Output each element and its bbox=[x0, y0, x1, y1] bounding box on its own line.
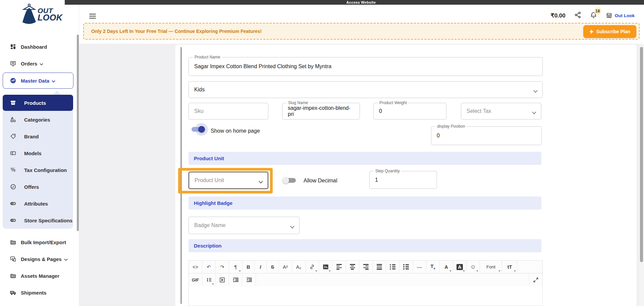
sidebar-item-products[interactable]: Products bbox=[0, 98, 79, 107]
insert-video-button[interactable] bbox=[216, 273, 229, 286]
product-unit-placeholder: Product Unit bbox=[195, 177, 224, 183]
sidebar-item-bulk-import-export[interactable]: Bulk Import/Export bbox=[0, 238, 79, 247]
sidebar-item-assets-manager[interactable]: Assets Manager bbox=[0, 271, 79, 280]
strikethrough-button[interactable]: S bbox=[267, 261, 279, 273]
sidebar-item-categories[interactable]: Categories bbox=[0, 115, 79, 124]
section-product-unit: Product Unit bbox=[189, 152, 541, 165]
sidebar-item-tax-configuration[interactable]: % Tax Configuration bbox=[0, 166, 79, 174]
step-quantity-value: 1 bbox=[375, 177, 378, 183]
product-name-field[interactable]: Product Name Sagar Impex Cotton Blend Pr… bbox=[189, 57, 543, 76]
access-website-link[interactable]: Access Website bbox=[333, 0, 376, 4]
sidebar-item-orders[interactable]: Orders bbox=[0, 59, 79, 68]
bolt-icon bbox=[589, 29, 594, 34]
outdent-button[interactable] bbox=[243, 273, 256, 286]
align-left-button[interactable] bbox=[332, 261, 346, 273]
display-position-label: display Position bbox=[435, 124, 467, 129]
sidebar-item-attributes[interactable]: Attributes bbox=[0, 199, 79, 208]
font-family-button[interactable]: Font bbox=[480, 261, 502, 273]
emoji-button[interactable]: ☺ bbox=[467, 261, 480, 273]
paragraph-format-button[interactable]: ¶ bbox=[229, 261, 243, 273]
align-justify-button[interactable] bbox=[373, 261, 386, 273]
sidebar-item-models[interactable]: Models bbox=[0, 149, 79, 158]
trial-banner: Only 2 Days Left In Your Free Trial — Co… bbox=[83, 23, 640, 40]
sidebar-item-offers[interactable]: Offers bbox=[0, 182, 79, 191]
master-data-icon bbox=[10, 78, 16, 84]
select-tax-dropdown[interactable]: Select Tax bbox=[461, 103, 541, 120]
insert-link-button[interactable] bbox=[306, 261, 319, 273]
font-size-button[interactable]: tT bbox=[502, 261, 518, 273]
store-specifications-toggle-icon bbox=[10, 217, 16, 223]
sidebar-item-shipments[interactable]: Shipments bbox=[0, 288, 79, 297]
offers-badge-icon bbox=[10, 184, 16, 190]
insert-gif-button[interactable]: GIF bbox=[189, 273, 202, 286]
product-weight-field[interactable]: Product Weight 0 bbox=[373, 103, 446, 120]
italic-button[interactable]: I bbox=[255, 261, 267, 273]
step-quantity-field[interactable]: Step Quantity 1 bbox=[369, 171, 437, 189]
chevron-down-icon bbox=[533, 88, 538, 94]
align-center-button[interactable] bbox=[346, 261, 359, 273]
fullscreen-button[interactable] bbox=[529, 273, 542, 286]
line-height-button[interactable] bbox=[202, 273, 216, 286]
horizontal-rule-button[interactable]: — bbox=[413, 261, 426, 273]
folder-icon bbox=[10, 239, 16, 245]
sidebar: OUT LOOK Dashboard Orders bbox=[0, 0, 79, 306]
clear-formatting-button[interactable]: Tx bbox=[426, 261, 440, 273]
bold-button[interactable]: B bbox=[243, 261, 255, 273]
section-highlight-badge: Highlight Badge bbox=[189, 196, 541, 210]
category-value: Kids bbox=[194, 87, 205, 93]
undo-button[interactable]: ↶ bbox=[202, 261, 216, 273]
product-unit-dropdown[interactable]: Product Unit bbox=[189, 172, 268, 189]
description-editor-area[interactable] bbox=[189, 286, 543, 306]
sidebar-item-store-specifications[interactable]: Store Specifications bbox=[0, 216, 79, 225]
text-color-button[interactable]: A bbox=[440, 261, 453, 273]
slug-name-value: sagar-impex-cotton-blend-pri bbox=[288, 105, 354, 117]
sidebar-item-designs-pages[interactable]: Designs & Pages bbox=[0, 255, 79, 263]
allow-decimal-toggle[interactable] bbox=[282, 176, 298, 185]
show-on-home-label: Show on home page bbox=[211, 128, 260, 134]
page-scrollbar-track bbox=[639, 44, 644, 306]
notifications-bell-icon[interactable]: 18 bbox=[590, 11, 597, 20]
display-position-field[interactable]: display Position 0 bbox=[431, 126, 542, 145]
truck-icon bbox=[10, 290, 16, 296]
hamburger-menu-icon[interactable] bbox=[89, 14, 96, 19]
product-name-value: Sagar Impex Cotton Blend Printed Clothin… bbox=[194, 63, 331, 70]
sku-input[interactable]: Sku bbox=[189, 103, 268, 120]
sidebar-item-dashboard[interactable]: Dashboard bbox=[0, 42, 79, 51]
percent-icon: % bbox=[10, 167, 16, 173]
share-icon[interactable] bbox=[574, 11, 581, 20]
logo-text: OUT LOOK bbox=[38, 7, 62, 21]
sidebar-scrollbar-thumb[interactable] bbox=[77, 35, 79, 231]
redo-button[interactable]: ↷ bbox=[216, 261, 229, 273]
indent-button[interactable] bbox=[229, 273, 243, 286]
page-scrollbar-thumb[interactable] bbox=[640, 47, 643, 262]
subscript-button[interactable]: A₂ bbox=[292, 261, 306, 273]
category-select[interactable]: Kids bbox=[189, 81, 543, 98]
unordered-list-button[interactable] bbox=[386, 261, 399, 273]
brand-tag-icon bbox=[10, 133, 16, 139]
background-color-button[interactable]: A bbox=[453, 261, 467, 273]
superscript-button[interactable]: A² bbox=[279, 261, 292, 273]
store-name-label: Out Look bbox=[615, 13, 635, 18]
insert-image-button[interactable] bbox=[319, 261, 332, 273]
access-website-bar: Access Website bbox=[65, 0, 644, 5]
display-position-value: 0 bbox=[437, 133, 440, 139]
slug-name-field[interactable]: Slug Name sagar-impex-cotton-blend-pri bbox=[282, 103, 360, 120]
sku-placeholder: Sku bbox=[194, 108, 204, 114]
submenu-pointer bbox=[53, 91, 61, 95]
code-view-button[interactable]: <> bbox=[189, 261, 202, 273]
sidebar-item-master-data[interactable]: Master Data bbox=[0, 76, 79, 85]
subscribe-plan-button[interactable]: Subscribe Plan bbox=[583, 25, 636, 38]
sidebar-item-brand[interactable]: Brand bbox=[0, 132, 79, 141]
notification-count-badge: 18 bbox=[594, 7, 601, 15]
align-right-button[interactable] bbox=[359, 261, 373, 273]
designs-pages-icon bbox=[10, 256, 16, 262]
store-switcher[interactable]: Out Look bbox=[606, 12, 635, 19]
dashboard-icon bbox=[10, 44, 16, 50]
badge-name-dropdown[interactable]: Badge Name bbox=[189, 217, 300, 234]
show-on-home-toggle[interactable] bbox=[190, 125, 205, 134]
ordered-list-button[interactable] bbox=[399, 261, 413, 273]
badge-name-placeholder: Badge Name bbox=[194, 222, 225, 228]
brand-logo[interactable]: OUT LOOK bbox=[19, 3, 62, 26]
chevron-down-icon bbox=[64, 256, 68, 262]
products-icon bbox=[10, 100, 16, 106]
